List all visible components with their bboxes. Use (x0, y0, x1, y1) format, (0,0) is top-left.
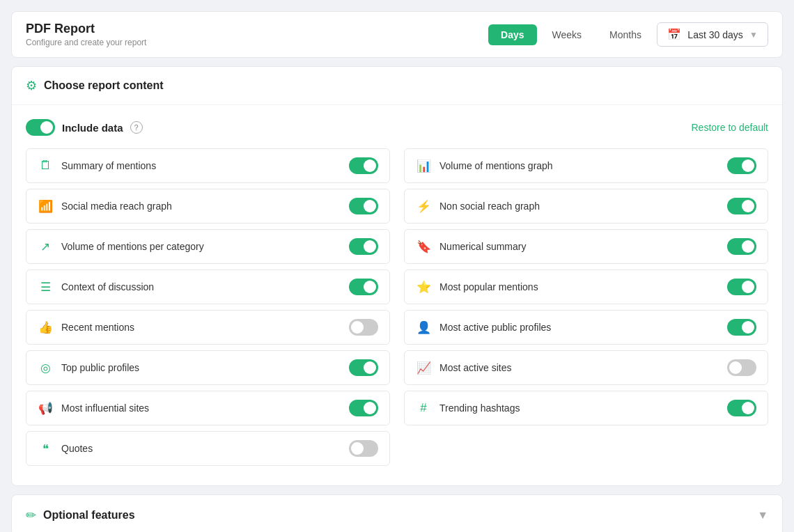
edit-icon: ✏ (26, 508, 36, 523)
period-weeks-button[interactable]: Weeks (540, 24, 595, 45)
date-range-label: Last 30 days (687, 29, 742, 40)
item-row-volume-mentions-graph: 📊Volume of mentions graph (404, 148, 768, 183)
item-row-context-discussion: ☰Context of discussion (26, 269, 390, 304)
most-active-sites-icon: 📈 (416, 361, 431, 375)
context-discussion-toggle[interactable] (349, 279, 378, 295)
period-months-button[interactable]: Months (597, 24, 654, 45)
chevron-down-icon: ▼ (749, 30, 758, 40)
period-days-button[interactable]: Days (488, 24, 536, 45)
most-influential-sites-label: Most influential sites (61, 402, 149, 414)
page-title: PDF Report (26, 22, 146, 36)
item-row-recent-mentions: 👍Recent mentions (26, 310, 390, 345)
optional-features-title: Optional features (43, 509, 135, 522)
trending-hashtags-toggle[interactable] (727, 400, 756, 416)
item-row-most-active-profiles: 👤Most active public profiles (404, 310, 768, 345)
item-row-most-influential-sites: 📢Most influential sites (26, 391, 390, 425)
item-left-context-discussion: ☰Context of discussion (38, 280, 154, 295)
most-active-profiles-toggle[interactable] (727, 319, 756, 336)
item-left-trending-hashtags: #Trending hashtags (416, 401, 520, 415)
context-discussion-label: Context of discussion (61, 281, 154, 292)
volume-per-category-icon: ↗ (38, 240, 53, 254)
most-active-sites-toggle[interactable] (727, 359, 756, 376)
volume-mentions-graph-icon: 📊 (416, 159, 431, 173)
volume-per-category-toggle[interactable] (349, 238, 378, 255)
numerical-summary-toggle[interactable] (727, 238, 756, 255)
most-influential-sites-toggle[interactable] (349, 400, 378, 416)
social-media-reach-icon: 📶 (38, 199, 53, 214)
non-social-reach-toggle[interactable] (727, 198, 756, 214)
restore-default-link[interactable]: Restore to default (691, 122, 768, 133)
include-data-toggle[interactable] (26, 119, 55, 136)
gear-icon: ⚙ (26, 78, 37, 93)
optional-features-section: ✏ Optional features ▼ (11, 494, 783, 532)
most-active-profiles-label: Most active public profiles (439, 322, 551, 333)
item-left-recent-mentions: 👍Recent mentions (38, 320, 134, 335)
item-left-top-public-profiles: ◎Top public profiles (38, 361, 139, 375)
numerical-summary-icon: 🔖 (416, 240, 431, 254)
non-social-reach-icon: ⚡ (416, 199, 431, 214)
item-left-most-active-sites: 📈Most active sites (416, 361, 511, 375)
item-left-social-media-reach: 📶Social media reach graph (38, 199, 172, 214)
most-influential-sites-icon: 📢 (38, 401, 53, 416)
trending-hashtags-label: Trending hashtags (439, 402, 520, 414)
include-data-label: Include data (62, 122, 123, 134)
items-grid: 🗒Summary of mentions📶Social media reach … (26, 148, 768, 471)
quotes-toggle[interactable] (349, 440, 378, 457)
item-left-most-active-profiles: 👤Most active public profiles (416, 320, 551, 335)
page-subtitle: Configure and create your report (26, 38, 146, 47)
top-public-profiles-toggle[interactable] (349, 359, 378, 376)
right-items-column: 📊Volume of mentions graph⚡Non social rea… (404, 148, 768, 471)
item-row-numerical-summary: 🔖Numerical summary (404, 229, 768, 264)
date-range-picker[interactable]: 📅 Last 30 days ▼ (657, 22, 768, 47)
item-left-summary-mentions: 🗒Summary of mentions (38, 159, 156, 173)
summary-mentions-toggle[interactable] (349, 157, 378, 174)
non-social-reach-label: Non social reach graph (439, 201, 540, 212)
recent-mentions-label: Recent mentions (61, 322, 134, 333)
item-row-most-popular-mentions: ⭐Most popular mentions (404, 269, 768, 304)
item-row-most-active-sites: 📈Most active sites (404, 350, 768, 385)
help-icon[interactable]: ? (130, 121, 143, 134)
social-media-reach-toggle[interactable] (349, 198, 378, 214)
item-row-quotes: ❝Quotes (26, 431, 390, 466)
item-row-non-social-reach: ⚡Non social reach graph (404, 189, 768, 224)
numerical-summary-label: Numerical summary (439, 241, 526, 252)
item-left-most-popular-mentions: ⭐Most popular mentions (416, 280, 538, 295)
item-left-numerical-summary: 🔖Numerical summary (416, 240, 526, 254)
item-left-non-social-reach: ⚡Non social reach graph (416, 199, 540, 214)
volume-per-category-label: Volume of mentions per category (61, 241, 204, 252)
most-popular-mentions-toggle[interactable] (727, 279, 756, 295)
most-popular-mentions-label: Most popular mentions (439, 281, 538, 292)
recent-mentions-toggle[interactable] (349, 319, 378, 336)
item-row-trending-hashtags: #Trending hashtags (404, 391, 768, 425)
chevron-down-icon: ▼ (757, 509, 768, 522)
item-row-summary-mentions: 🗒Summary of mentions (26, 148, 390, 183)
item-row-top-public-profiles: ◎Top public profiles (26, 350, 390, 385)
summary-mentions-icon: 🗒 (38, 159, 53, 173)
include-data-row: Include data ? Restore to default (26, 119, 768, 136)
calendar-icon: 📅 (667, 28, 681, 41)
most-popular-mentions-icon: ⭐ (416, 280, 431, 295)
item-left-volume-mentions-graph: 📊Volume of mentions graph (416, 159, 553, 173)
optional-features-header[interactable]: ✏ Optional features ▼ (12, 495, 782, 532)
item-left-volume-per-category: ↗Volume of mentions per category (38, 240, 204, 254)
most-active-profiles-icon: 👤 (416, 320, 431, 335)
volume-mentions-graph-toggle[interactable] (727, 157, 756, 174)
context-discussion-icon: ☰ (38, 280, 53, 295)
social-media-reach-label: Social media reach graph (61, 201, 172, 212)
recent-mentions-icon: 👍 (38, 320, 53, 335)
section-title: Choose report content (44, 79, 164, 92)
quotes-label: Quotes (61, 443, 93, 454)
most-active-sites-label: Most active sites (439, 362, 511, 373)
trending-hashtags-icon: # (416, 401, 431, 415)
quotes-icon: ❝ (38, 441, 53, 456)
item-row-volume-per-category: ↗Volume of mentions per category (26, 229, 390, 264)
period-selector: Days Weeks Months 📅 Last 30 days ▼ (488, 22, 768, 47)
top-public-profiles-label: Top public profiles (61, 362, 139, 373)
item-row-social-media-reach: 📶Social media reach graph (26, 189, 390, 224)
item-left-quotes: ❝Quotes (38, 441, 93, 456)
report-content-section: ⚙ Choose report content Include data ? R… (11, 66, 783, 486)
summary-mentions-label: Summary of mentions (61, 160, 156, 171)
volume-mentions-graph-label: Volume of mentions graph (439, 160, 553, 171)
item-left-most-influential-sites: 📢Most influential sites (38, 401, 149, 416)
left-items-column: 🗒Summary of mentions📶Social media reach … (26, 148, 390, 471)
